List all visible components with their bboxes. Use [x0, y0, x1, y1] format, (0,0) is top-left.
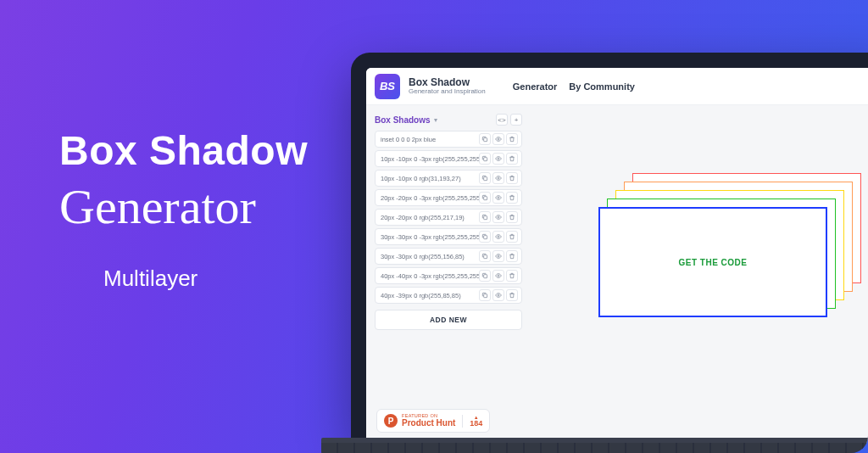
copy-icon[interactable]	[479, 133, 491, 145]
ph-left: P FEATURED ON Product Hunt	[377, 414, 462, 428]
shadow-value: 40px -39px 0 rgb(255,85,85)	[381, 292, 479, 299]
eye-icon[interactable]	[492, 250, 504, 262]
shadow-value: inset 0 0 0 2px blue	[381, 136, 479, 143]
svg-rect-14	[484, 275, 487, 278]
sidebar: Box Shadows ▾ <> + inset 0 0 0 2px blue1…	[366, 105, 531, 443]
laptop-screen-frame: BS Box Shadow Generator and Inspiration …	[351, 53, 868, 443]
svg-rect-10	[484, 236, 487, 239]
row-actions	[479, 211, 518, 223]
trash-icon[interactable]	[506, 211, 518, 223]
ph-name: Product Hunt	[402, 419, 455, 428]
shadow-value: 40px -40px 0 -3px rgb(255,255,255)	[381, 272, 479, 280]
logo-subtitle: Generator and Inspiration	[409, 88, 486, 96]
svg-rect-6	[484, 197, 487, 200]
copy-icon[interactable]	[479, 250, 491, 262]
trash-icon[interactable]	[506, 270, 518, 282]
trash-icon[interactable]	[506, 250, 518, 262]
svg-point-1	[498, 138, 499, 140]
sidebar-title: Box Shadows	[375, 115, 431, 125]
row-actions	[479, 172, 518, 184]
svg-point-3	[498, 158, 499, 159]
eye-icon[interactable]	[492, 153, 504, 165]
shadow-row[interactable]: 10px -10px 0 rgb(31,193,27)	[375, 170, 522, 187]
svg-point-9	[498, 216, 499, 218]
shadow-row[interactable]: 20px -20px 0 rgb(255,217,19)	[375, 209, 522, 226]
copy-icon[interactable]	[479, 270, 491, 282]
hero-title-line2: Generator	[59, 182, 308, 232]
chevron-down-icon[interactable]: ▾	[434, 116, 437, 124]
shadow-row[interactable]: 30px -30px 0 -3px rgb(255,255,255)	[375, 228, 522, 245]
row-actions	[479, 250, 518, 262]
trash-icon[interactable]	[506, 172, 518, 184]
shadow-value: 30px -30px 0 rgb(255,156,85)	[381, 253, 479, 260]
nav-community[interactable]: By Community	[569, 81, 635, 92]
preview-card[interactable]: GET THE CODE	[598, 207, 827, 317]
shadow-row[interactable]: 30px -30px 0 rgb(255,156,85)	[375, 248, 522, 265]
shadow-row[interactable]: inset 0 0 0 2px blue	[375, 131, 522, 148]
trash-icon[interactable]	[506, 289, 518, 301]
copy-icon[interactable]	[479, 289, 491, 301]
trash-icon[interactable]	[506, 192, 518, 204]
shadow-row[interactable]: 10px -10px 0 -3px rgb(255,255,255)	[375, 150, 522, 167]
preview-area: GET THE CODE	[531, 105, 868, 443]
laptop-mockup: BS Box Shadow Generator and Inspiration …	[351, 53, 868, 453]
svg-rect-12	[484, 255, 487, 259]
svg-rect-16	[484, 294, 487, 298]
eye-icon[interactable]	[492, 172, 504, 184]
shadow-row[interactable]: 40px -39px 0 rgb(255,85,85)	[375, 287, 522, 304]
top-nav: Generator By Community	[513, 81, 635, 92]
row-actions	[479, 270, 518, 282]
shadow-value: 20px -20px 0 rgb(255,217,19)	[381, 214, 479, 221]
row-actions	[479, 153, 518, 165]
trash-icon[interactable]	[506, 153, 518, 165]
copy-icon[interactable]	[479, 172, 491, 184]
nav-generator[interactable]: Generator	[513, 81, 558, 92]
get-code-button[interactable]: GET THE CODE	[678, 258, 747, 267]
ph-votes: ▲ 184	[462, 415, 489, 428]
app-screen: BS Box Shadow Generator and Inspiration …	[366, 68, 868, 443]
eye-icon[interactable]	[492, 133, 504, 145]
sidebar-header: Box Shadows ▾ <> +	[375, 114, 522, 126]
code-button[interactable]: <>	[496, 114, 508, 126]
hero-text: Box Shadow Generator Multilayer	[59, 127, 308, 292]
shadow-list: inset 0 0 0 2px blue10px -10px 0 -3px rg…	[375, 131, 522, 306]
laptop-keyboard	[321, 443, 868, 453]
svg-rect-2	[484, 158, 487, 161]
svg-rect-8	[484, 216, 487, 220]
shadow-value: 20px -20px 0 -3px rgb(255,255,255)	[381, 194, 479, 202]
row-actions	[479, 133, 518, 145]
product-hunt-icon: P	[384, 414, 398, 428]
svg-point-7	[498, 197, 499, 199]
ph-text: FEATURED ON Product Hunt	[402, 414, 455, 428]
eye-icon[interactable]	[492, 231, 504, 243]
eye-icon[interactable]	[492, 289, 504, 301]
copy-icon[interactable]	[479, 231, 491, 243]
add-layer-button[interactable]: +	[510, 114, 522, 126]
shadow-value: 30px -30px 0 -3px rgb(255,255,255)	[381, 233, 479, 241]
ph-vote-count: 184	[470, 420, 482, 428]
row-actions	[479, 289, 518, 301]
copy-icon[interactable]	[479, 211, 491, 223]
add-new-button[interactable]: ADD NEW	[375, 310, 522, 330]
logo-text-block: Box Shadow Generator and Inspiration	[409, 77, 486, 96]
logo-badge: BS	[375, 74, 400, 99]
shadow-row[interactable]: 20px -20px 0 -3px rgb(255,255,255)	[375, 189, 522, 206]
topbar: BS Box Shadow Generator and Inspiration …	[366, 68, 868, 105]
product-hunt-badge[interactable]: P FEATURED ON Product Hunt ▲ 184	[376, 409, 490, 433]
logo-title: Box Shadow	[409, 77, 486, 88]
svg-point-5	[498, 177, 499, 179]
trash-icon[interactable]	[506, 231, 518, 243]
svg-point-11	[498, 236, 499, 238]
trash-icon[interactable]	[506, 133, 518, 145]
app-content: Box Shadows ▾ <> + inset 0 0 0 2px blue1…	[366, 105, 868, 443]
hero-title-line1: Box Shadow	[59, 127, 308, 174]
copy-icon[interactable]	[479, 192, 491, 204]
svg-point-15	[498, 275, 499, 277]
shadow-value: 10px -10px 0 rgb(31,193,27)	[381, 175, 479, 182]
eye-icon[interactable]	[492, 270, 504, 282]
copy-icon[interactable]	[479, 153, 491, 165]
svg-rect-0	[484, 138, 487, 142]
shadow-row[interactable]: 40px -40px 0 -3px rgb(255,255,255)	[375, 267, 522, 284]
eye-icon[interactable]	[492, 211, 504, 223]
eye-icon[interactable]	[492, 192, 504, 204]
